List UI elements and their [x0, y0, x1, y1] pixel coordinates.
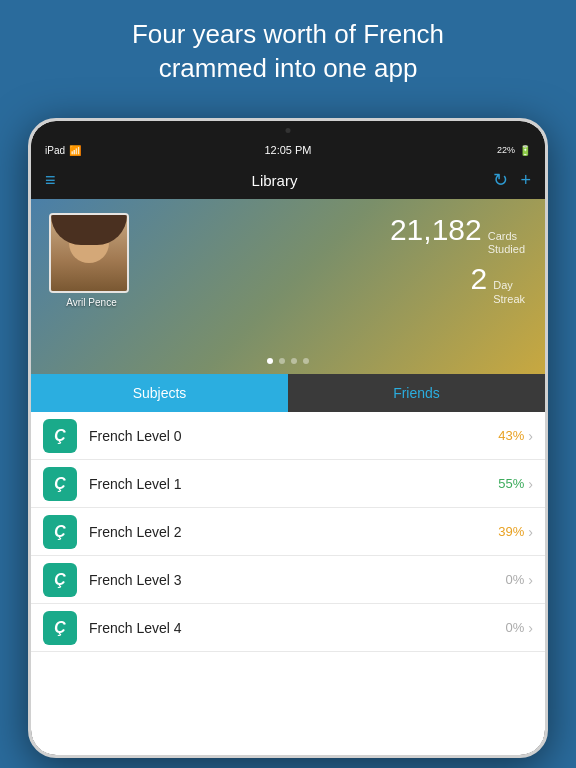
list-item[interactable]: Ç French Level 2 39% ›: [31, 508, 545, 556]
stat-row-streak: 2 DayStreak: [390, 262, 525, 305]
item-label-1: French Level 1: [89, 476, 498, 492]
icon-letter-4: Ç: [54, 619, 66, 637]
tab-bar: Subjects Friends: [31, 374, 545, 412]
wifi-icon: 📶: [69, 145, 81, 156]
icon-letter-3: Ç: [54, 571, 66, 589]
add-icon[interactable]: +: [520, 170, 531, 191]
ipad-label: iPad: [45, 145, 65, 156]
status-right: 22% 🔋: [497, 145, 531, 156]
item-label-4: French Level 4: [89, 620, 506, 636]
camera: [286, 128, 291, 133]
refresh-icon[interactable]: ↻: [493, 169, 508, 191]
list-item[interactable]: Ç French Level 0 43% ›: [31, 412, 545, 460]
stats-area: 21,182 CardsStudied 2 DayStreak: [390, 213, 525, 312]
nav-left-controls: ≡: [45, 170, 56, 191]
dot-4: [303, 358, 309, 364]
background: Four years worth of French crammed into …: [0, 0, 576, 768]
item-label-2: French Level 2: [89, 524, 498, 540]
chevron-3: ›: [528, 572, 533, 588]
item-percent-1: 55%: [498, 476, 524, 491]
nav-title: Library: [252, 172, 298, 189]
status-left: iPad 📶: [45, 145, 81, 156]
item-percent-0: 43%: [498, 428, 524, 443]
item-label-3: French Level 3: [89, 572, 506, 588]
day-streak-number: 2: [471, 262, 488, 296]
dot-1: [267, 358, 273, 364]
status-bar: iPad 📶 12:05 PM 22% 🔋: [31, 139, 545, 161]
ipad-frame: iPad 📶 12:05 PM 22% 🔋 ≡ Library ↻ +: [28, 118, 548, 758]
tab-friends[interactable]: Friends: [288, 374, 545, 412]
nav-bar: ≡ Library ↻ +: [31, 161, 545, 199]
profile-face: [51, 215, 127, 291]
dot-2: [279, 358, 285, 364]
icon-letter-2: Ç: [54, 523, 66, 541]
chevron-0: ›: [528, 428, 533, 444]
battery-icon: 🔋: [519, 145, 531, 156]
item-percent-2: 39%: [498, 524, 524, 539]
stat-row-cards: 21,182 CardsStudied: [390, 213, 525, 256]
list-icon-2: Ç: [43, 515, 77, 549]
chevron-2: ›: [528, 524, 533, 540]
menu-icon[interactable]: ≡: [45, 170, 56, 191]
icon-letter-1: Ç: [54, 475, 66, 493]
icon-letter-0: Ç: [54, 427, 66, 445]
chevron-4: ›: [528, 620, 533, 636]
list-icon-4: Ç: [43, 611, 77, 645]
marketing-line1: Four years worth of French: [132, 19, 444, 49]
list-item[interactable]: Ç French Level 3 0% ›: [31, 556, 545, 604]
chevron-1: ›: [528, 476, 533, 492]
profile-photo: [49, 213, 129, 293]
profile-card: Avril Pence: [49, 213, 134, 308]
list-icon-3: Ç: [43, 563, 77, 597]
list-item[interactable]: Ç French Level 1 55% ›: [31, 460, 545, 508]
cards-studied-number: 21,182: [390, 213, 482, 247]
ipad-inner: iPad 📶 12:05 PM 22% 🔋 ≡ Library ↻ +: [31, 121, 545, 755]
list-item[interactable]: Ç French Level 4 0% ›: [31, 604, 545, 652]
page-dots: [267, 358, 309, 364]
dot-3: [291, 358, 297, 364]
hero-section: Avril Pence 21,182 CardsStudied 2 DayStr…: [31, 199, 545, 374]
list-icon-0: Ç: [43, 419, 77, 453]
profile-name: Avril Pence: [49, 297, 134, 308]
time-display: 12:05 PM: [264, 144, 311, 156]
list-area: Ç French Level 0 43% › Ç French Level 1 …: [31, 412, 545, 755]
item-percent-3: 0%: [506, 572, 525, 587]
day-streak-label: DayStreak: [493, 279, 525, 305]
item-percent-4: 0%: [506, 620, 525, 635]
nav-right-controls: ↻ +: [493, 169, 531, 191]
list-icon-1: Ç: [43, 467, 77, 501]
battery-percent: 22%: [497, 145, 515, 155]
marketing-text: Four years worth of French crammed into …: [0, 0, 576, 100]
item-label-0: French Level 0: [89, 428, 498, 444]
tab-subjects[interactable]: Subjects: [31, 374, 288, 412]
marketing-line2: crammed into one app: [159, 53, 418, 83]
cards-studied-label: CardsStudied: [488, 230, 525, 256]
